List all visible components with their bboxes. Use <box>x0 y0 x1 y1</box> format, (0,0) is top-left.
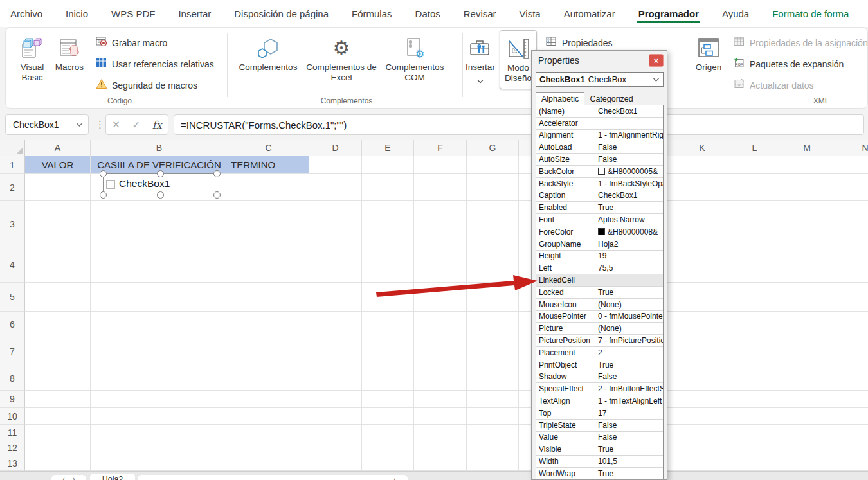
cell-E9[interactable] <box>362 391 414 408</box>
menu-tab-wps-pdf[interactable]: WPS PDF <box>110 4 156 23</box>
cell-C5[interactable] <box>228 283 309 312</box>
cell-K4[interactable] <box>676 247 728 283</box>
complementos-de-excel-button[interactable]: ⚙Complementos de Excel <box>304 30 379 89</box>
property-row-backcolor[interactable]: BackColor&H80000005& <box>536 166 663 178</box>
property-row-printobject[interactable]: PrintObjectTrue <box>536 359 663 371</box>
macros-button[interactable]: Macros <box>51 30 88 89</box>
cell-B10[interactable] <box>91 408 228 425</box>
cell-D11[interactable] <box>309 425 362 440</box>
property-value[interactable]: False <box>595 371 663 383</box>
cell-E8[interactable] <box>362 366 414 391</box>
cell-F7[interactable] <box>414 337 467 366</box>
cell-C2[interactable] <box>228 174 309 201</box>
row-header-1[interactable]: 1 <box>0 156 25 174</box>
cell-F10[interactable] <box>414 408 467 425</box>
properties-tab-alphabetic[interactable]: Alphabetic <box>536 92 584 105</box>
cell-A10[interactable] <box>25 408 91 425</box>
select-all-corner[interactable] <box>0 140 25 156</box>
cell-G1[interactable] <box>467 156 519 174</box>
cell-E10[interactable] <box>362 408 414 425</box>
property-row-value[interactable]: ValueFalse <box>536 432 663 444</box>
cell-G3[interactable] <box>467 201 519 247</box>
property-row-wordwrap[interactable]: WordWrapTrue <box>536 468 663 479</box>
property-row-picture[interactable]: Picture(None) <box>536 323 663 335</box>
cell-D12[interactable] <box>309 440 362 456</box>
row-header-13[interactable]: 13 <box>0 456 25 471</box>
cell-D9[interactable] <box>309 391 362 408</box>
cell-M11[interactable] <box>781 425 833 440</box>
property-row-placement[interactable]: Placement2 <box>536 347 663 359</box>
cell-D3[interactable] <box>309 201 362 247</box>
column-header-B[interactable]: B <box>91 140 228 156</box>
cell-N1[interactable] <box>833 156 868 174</box>
name-box-dropdown-icon[interactable] <box>76 122 83 127</box>
property-row-alignment[interactable]: Alignment1 - fmAlignmentRight <box>536 130 663 142</box>
cell-M2[interactable] <box>781 174 833 201</box>
cell-M3[interactable] <box>781 201 833 247</box>
property-value[interactable]: True <box>595 202 663 213</box>
cell-K2[interactable] <box>676 174 728 201</box>
property-value[interactable]: False <box>595 420 663 431</box>
cell-G13[interactable] <box>467 456 519 471</box>
cell-K6[interactable] <box>676 312 728 337</box>
seguridad-de-macros-button[interactable]: Seguridad de macros <box>92 76 218 94</box>
cell-C11[interactable] <box>228 425 309 440</box>
next-sheet-icon[interactable]: › <box>73 475 75 480</box>
cell-G9[interactable] <box>467 391 519 408</box>
property-row-mousepointer[interactable]: MousePointer0 - fmMousePointerDefault <box>536 311 663 323</box>
cell-E13[interactable] <box>362 456 414 471</box>
cell-A7[interactable] <box>25 337 91 366</box>
cell-M12[interactable] <box>781 440 833 456</box>
cell-C12[interactable] <box>228 440 309 456</box>
property-value[interactable]: False <box>595 432 663 443</box>
cancel-icon[interactable]: ✕ <box>112 119 120 130</box>
row-header-12[interactable]: 12 <box>0 440 25 456</box>
cell-K12[interactable] <box>676 440 728 456</box>
resize-handle[interactable] <box>100 170 107 177</box>
property-value[interactable]: Aptos Narrow <box>595 214 663 226</box>
property-row-groupname[interactable]: GroupNameHoja2 <box>536 238 663 251</box>
cell-C3[interactable] <box>228 201 309 247</box>
property-row-locked[interactable]: LockedTrue <box>536 287 663 299</box>
cell-F4[interactable] <box>414 247 467 283</box>
property-value[interactable]: (None) <box>595 299 663 310</box>
row-header-8[interactable]: 8 <box>0 366 25 391</box>
menu-tab-vista[interactable]: Vista <box>518 4 542 23</box>
close-icon[interactable]: × <box>649 54 664 67</box>
menu-tab-automatizar[interactable]: Automatizar <box>563 4 617 23</box>
cell-E11[interactable] <box>362 425 414 440</box>
cell-E4[interactable] <box>362 247 414 283</box>
property-row-linkedcell[interactable]: LinkedCell <box>536 274 663 287</box>
cell-F5[interactable] <box>414 283 467 312</box>
cell-B13[interactable] <box>91 456 228 471</box>
cell-C8[interactable] <box>228 366 309 391</box>
cell-M13[interactable] <box>781 456 833 471</box>
column-header-G[interactable]: G <box>467 140 519 156</box>
cell-E7[interactable] <box>362 337 414 366</box>
cell-E2[interactable] <box>362 174 414 201</box>
cell-D7[interactable] <box>309 337 362 366</box>
property-value[interactable]: 0 - fmMousePointerDefault <box>595 311 663 323</box>
resize-handle[interactable] <box>157 191 164 199</box>
cell-D5[interactable] <box>309 283 362 312</box>
property-value[interactable]: CheckBox1 <box>595 105 663 117</box>
column-header-M[interactable]: M <box>781 140 833 156</box>
cell-E1[interactable] <box>362 156 414 174</box>
property-row-forecolor[interactable]: ForeColor&H80000008& <box>536 226 663 238</box>
cell-L13[interactable] <box>728 456 781 471</box>
cell-D4[interactable] <box>309 247 362 283</box>
property-row-mouseicon[interactable]: MouseIcon(None) <box>536 299 663 311</box>
property-row-specialeffect[interactable]: SpecialEffect2 - fmButtonEffectSunken <box>536 383 663 395</box>
cell-C4[interactable] <box>228 247 309 283</box>
cell-D2[interactable] <box>309 174 362 201</box>
cell-F1[interactable] <box>414 156 467 174</box>
cell-N7[interactable] <box>833 337 868 366</box>
cell-N4[interactable] <box>833 247 868 283</box>
row-header-2[interactable]: 2 <box>0 174 25 201</box>
cell-B12[interactable] <box>91 440 228 456</box>
cell-N6[interactable] <box>833 312 868 337</box>
cell-N10[interactable] <box>833 408 868 425</box>
more-dots-icon[interactable]: ⋮ <box>95 114 105 135</box>
cell-A8[interactable] <box>25 366 91 391</box>
row-header-3[interactable]: 3 <box>0 201 25 247</box>
